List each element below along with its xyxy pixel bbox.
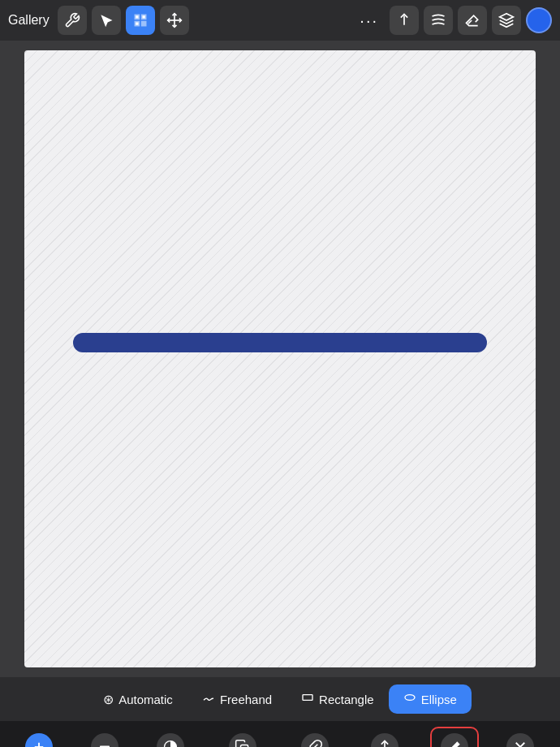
color-fill-button[interactable]: Color Fill xyxy=(430,727,479,747)
selection-button[interactable] xyxy=(126,6,155,35)
cursor-icon xyxy=(98,12,114,28)
invert-icon xyxy=(162,739,179,747)
layers-button[interactable] xyxy=(492,6,521,35)
feather-icon-circle xyxy=(301,733,329,747)
add-icon-circle xyxy=(25,733,53,747)
invert-icon-circle xyxy=(157,733,184,747)
remove-button[interactable]: Remove xyxy=(80,728,129,747)
ellipse-label: Ellipse xyxy=(421,693,457,706)
copy-paste-icon xyxy=(235,739,251,747)
invert-button[interactable]: Invert xyxy=(146,728,195,747)
eraser-tool-icon xyxy=(464,12,480,28)
freehand-selection-option[interactable]: Freehand xyxy=(187,684,286,714)
gallery-button[interactable]: Gallery xyxy=(8,13,50,28)
canvas-stroke xyxy=(73,333,487,352)
remove-icon xyxy=(97,740,112,747)
automatic-selection-option[interactable]: ⊛ Automatic xyxy=(88,685,187,714)
canvas-container xyxy=(0,41,560,677)
pen-tool-icon xyxy=(396,12,412,28)
action-toolbar: Add Remove Invert Copy & Paste xyxy=(0,721,560,747)
save-load-icon-circle xyxy=(371,733,398,747)
add-icon xyxy=(32,740,46,747)
feather-icon xyxy=(307,739,323,747)
smudge-tool-button[interactable] xyxy=(424,6,453,35)
rectangle-label: Rectangle xyxy=(319,693,374,706)
automatic-label: Automatic xyxy=(118,693,173,706)
drawing-canvas[interactable] xyxy=(24,50,536,667)
save-load-button[interactable]: Save & Load xyxy=(356,728,414,747)
rectangle-selection-option[interactable]: Rectangle xyxy=(286,684,389,714)
selection-toolbar: ⊛ Automatic Freehand Rectangle Ellipse xyxy=(0,677,560,721)
color-fill-icon-circle xyxy=(441,733,468,747)
color-picker-button[interactable] xyxy=(526,7,552,33)
svg-point-5 xyxy=(405,695,415,701)
copy-paste-button[interactable]: Copy & Paste xyxy=(212,728,273,747)
svg-marker-3 xyxy=(500,14,514,20)
remove-icon-circle xyxy=(91,733,118,747)
clear-button[interactable]: Clear xyxy=(496,728,545,747)
cursor-button[interactable] xyxy=(92,6,121,35)
copy-paste-icon-circle xyxy=(229,733,256,747)
transform-icon xyxy=(166,12,183,28)
svg-rect-4 xyxy=(303,695,312,701)
freehand-icon xyxy=(202,691,215,707)
eraser-tool-button[interactable] xyxy=(458,6,487,35)
automatic-icon: ⊛ xyxy=(103,692,114,707)
save-load-icon xyxy=(377,739,393,747)
clear-icon-circle xyxy=(506,733,534,747)
wrench-button[interactable] xyxy=(58,6,87,35)
pen-tool-button[interactable] xyxy=(390,6,419,35)
selection-icon xyxy=(132,12,149,28)
smudge-tool-icon xyxy=(430,12,446,28)
layers-icon xyxy=(498,12,515,28)
transform-button[interactable] xyxy=(160,6,189,35)
color-fill-icon xyxy=(446,739,463,747)
ellipse-icon xyxy=(403,691,416,707)
more-options-button[interactable]: ··· xyxy=(360,11,378,30)
clear-icon xyxy=(513,740,528,747)
feather-button[interactable]: Feather xyxy=(291,728,339,747)
top-toolbar: Gallery ··· xyxy=(0,0,560,41)
ellipse-selection-option[interactable]: Ellipse xyxy=(389,684,472,714)
wrench-icon xyxy=(64,12,80,28)
add-button[interactable]: Add xyxy=(15,728,63,747)
freehand-label: Freehand xyxy=(220,693,272,706)
rectangle-icon xyxy=(301,691,314,707)
